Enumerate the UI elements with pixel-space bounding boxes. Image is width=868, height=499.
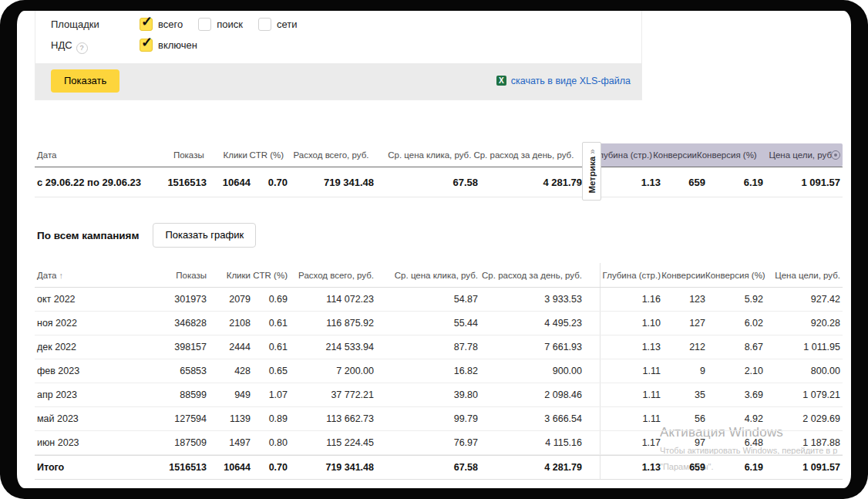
cell-date: с 29.06.22 по 29.06.23 xyxy=(35,177,158,188)
cell-total-cost: 719 341.48 xyxy=(288,462,374,473)
table-row: окт 2022 301973 2079 0.69 114 072.23 54.… xyxy=(35,288,843,312)
vat-option[interactable]: включен xyxy=(140,39,197,52)
col-avg-day-cost-header[interactable]: Ср. расход за день, руб. xyxy=(471,150,574,160)
col-date-header[interactable]: Дата↑ xyxy=(35,271,158,280)
col-goal-cost-header[interactable]: Цена цели, руб xyxy=(755,150,832,160)
cell-goal-cost: 927.42 xyxy=(763,294,840,305)
platform-option[interactable]: сети xyxy=(258,18,298,31)
col-clicks-header[interactable]: Клики xyxy=(207,271,251,280)
cell-impressions: 1516513 xyxy=(158,462,207,473)
cell-conversions: 127 xyxy=(661,318,705,329)
cell-total-cost: 7 200.00 xyxy=(288,366,374,376)
metrika-tab[interactable]: Метрика» xyxy=(582,142,601,201)
show-chart-button[interactable]: Показать график xyxy=(153,223,256,248)
col-depth-header[interactable]: Глубина (стр.) xyxy=(601,271,661,280)
table-row: Итого 1516513 10644 0.70 719 341.48 67.5… xyxy=(35,455,843,480)
col-avg-click-cost-header[interactable]: Ср. цена клика, руб. xyxy=(368,150,471,160)
cell-conversion-rate: 5.92 xyxy=(705,294,763,305)
col-total-cost-header[interactable]: Расход всего, руб. xyxy=(288,271,374,280)
vat-option-label: включен xyxy=(158,39,197,51)
col-total-cost-header[interactable]: Расход всего, руб. xyxy=(284,150,368,160)
cell-conversion-rate: 8.67 xyxy=(705,342,763,352)
cell-avg-click-cost: 39.80 xyxy=(374,389,478,400)
metrika-tab-arrow: » xyxy=(587,149,597,153)
cell-conversion-rate: 4.92 xyxy=(705,413,763,424)
platform-option[interactable]: всего xyxy=(140,18,183,31)
col-impressions-header[interactable]: Показы xyxy=(158,271,207,280)
col-conversions-header[interactable]: Конверсии xyxy=(652,150,697,160)
platform-checkbox[interactable] xyxy=(258,18,271,31)
col-impressions-header[interactable]: Показы xyxy=(156,150,204,160)
vat-label-text: НДС xyxy=(51,39,72,51)
cell-goal-cost: 1 091.57 xyxy=(763,462,840,473)
col-ctr-header[interactable]: CTR (%) xyxy=(251,271,288,280)
cell-clicks: 2079 xyxy=(207,294,251,305)
col-avg-day-cost-header[interactable]: Ср. расход за день, руб. xyxy=(478,271,582,280)
cell-avg-day-cost: 4 281.79 xyxy=(478,462,582,473)
vat-label: НДС? xyxy=(51,39,140,54)
cell-clicks: 428 xyxy=(207,366,251,376)
cell-conversions: 9 xyxy=(661,366,705,376)
cell-goal-cost: 1 079.21 xyxy=(763,389,840,400)
cell-depth: 1.16 xyxy=(601,294,661,305)
excel-file-icon: X xyxy=(496,76,506,86)
download-xls-label: скачать в виде XLS-файла xyxy=(511,76,631,86)
cell-clicks: 1139 xyxy=(207,413,251,424)
platform-option[interactable]: поиск xyxy=(198,18,243,31)
cell-conversion-rate: 6.48 xyxy=(705,437,763,448)
cell-avg-day-cost: 3 933.53 xyxy=(478,294,582,305)
column-divider xyxy=(582,359,601,383)
cell-date: фев 2023 xyxy=(35,366,158,376)
filter-panel-footer: Показать X скачать в виде XLS-файла xyxy=(35,63,641,99)
col-goal-cost-header[interactable]: Цена цели, руб. xyxy=(763,271,840,280)
col-conversion-rate-header[interactable]: Конверсия (%) xyxy=(705,271,763,280)
cell-conversions: 97 xyxy=(661,437,705,448)
col-clicks-header[interactable]: Клики xyxy=(204,150,247,160)
vat-checkbox[interactable] xyxy=(140,39,153,52)
monthly-table-body: окт 2022 301973 2079 0.69 114 072.23 54.… xyxy=(35,288,843,480)
cell-conversion-rate: 6.19 xyxy=(705,462,763,473)
cell-goal-cost: 1 011.95 xyxy=(763,342,840,352)
column-divider xyxy=(582,431,601,454)
cell-avg-click-cost: 67.58 xyxy=(374,177,478,188)
cell-impressions: 1516513 xyxy=(158,177,207,188)
cell-clicks: 949 xyxy=(207,389,251,400)
cell-avg-click-cost: 67.58 xyxy=(374,462,478,473)
platform-checkbox[interactable] xyxy=(198,18,211,31)
sort-asc-icon[interactable]: ↑ xyxy=(59,271,63,280)
platform-checkbox[interactable] xyxy=(140,18,153,31)
cell-impressions: 301973 xyxy=(158,294,207,305)
cell-avg-day-cost: 4 115.16 xyxy=(478,437,582,448)
col-conversion-rate-header[interactable]: Конверсия (%) xyxy=(697,150,755,160)
cell-total-cost: 113 662.73 xyxy=(288,413,374,424)
cell-ctr: 1.07 xyxy=(251,389,288,400)
cell-goal-cost: 2 029.69 xyxy=(763,413,840,424)
column-divider xyxy=(582,383,601,406)
cell-depth: 1.10 xyxy=(601,318,661,329)
cell-total-cost: 115 224.45 xyxy=(288,437,374,448)
cell-depth: 1.13 xyxy=(601,177,661,188)
metrika-columns-group: Глубина (стр.) Конверсии Конверсия (%) Ц… xyxy=(592,143,843,167)
download-xls-link[interactable]: X скачать в виде XLS-файла xyxy=(496,76,631,86)
metrika-tab-text: Метрика xyxy=(587,157,597,194)
col-conversions-header[interactable]: Конверсии xyxy=(661,271,705,280)
col-ctr-header[interactable]: CTR (%) xyxy=(247,150,284,160)
cell-date: ноя 2022 xyxy=(35,318,158,329)
vat-help-icon[interactable]: ? xyxy=(76,42,88,54)
col-date-header[interactable]: Дата xyxy=(35,150,156,160)
col-avg-click-cost-header[interactable]: Ср. цена клика, руб. xyxy=(374,271,478,280)
platforms-options: всего поиск сети xyxy=(140,18,297,31)
cell-date: Итого xyxy=(35,462,158,473)
cell-conversions: 659 xyxy=(661,462,705,473)
cell-conversions: 212 xyxy=(661,342,705,352)
cell-ctr: 0.69 xyxy=(251,294,288,305)
column-divider xyxy=(582,407,601,430)
cell-avg-click-cost: 76.97 xyxy=(374,437,478,448)
col-date-label: Дата xyxy=(37,271,56,280)
cell-ctr: 0.70 xyxy=(251,177,288,188)
table-row: май 2023 127594 1139 0.89 113 662.73 99.… xyxy=(35,407,843,431)
show-button[interactable]: Показать xyxy=(51,69,119,93)
cell-total-cost: 37 772.21 xyxy=(288,389,374,400)
column-settings-icon[interactable] xyxy=(831,150,840,160)
cell-date: апр 2023 xyxy=(35,389,158,400)
